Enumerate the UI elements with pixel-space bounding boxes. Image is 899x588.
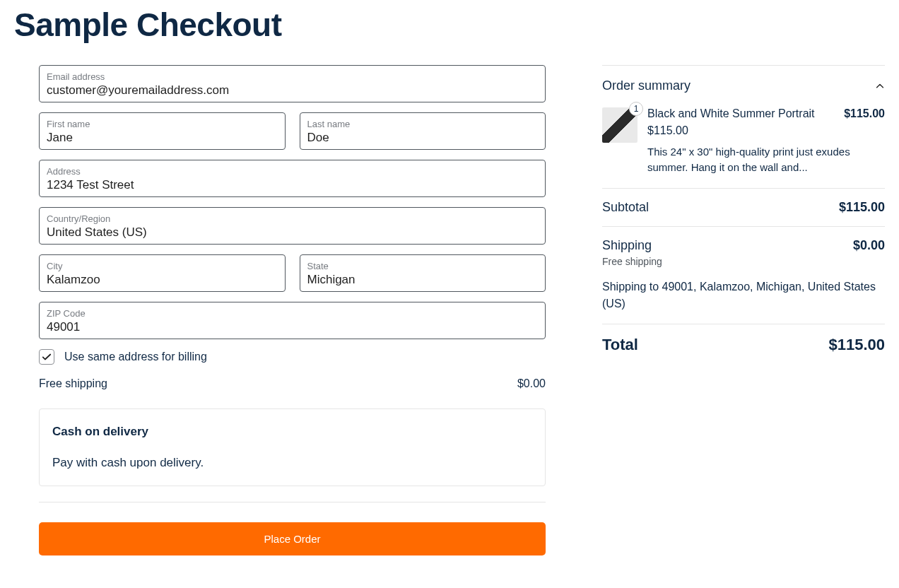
shipping-to-text: Shipping to 49001, Kalamzoo, Michigan, U…: [602, 278, 885, 312]
line-total: $115.00: [844, 107, 885, 120]
qty-badge: 1: [629, 102, 643, 116]
unit-price: $115.00: [647, 124, 885, 137]
zip-field-wrap[interactable]: ZIP Code: [39, 302, 546, 339]
subtotal-amount: $115.00: [839, 200, 885, 215]
shipping-option-name: Free shipping: [39, 377, 107, 390]
shipping-option-price: $0.00: [517, 377, 546, 390]
city-label: City: [47, 261, 278, 271]
checkout-form: Email address First name Last name Addre…: [14, 65, 546, 555]
payment-method-box: Cash on delivery Pay with cash upon deli…: [39, 408, 546, 486]
total-amount: $115.00: [828, 336, 885, 354]
product-name: Black and White Summer Portrait: [647, 107, 815, 120]
country-field-wrap[interactable]: Country/Region: [39, 207, 546, 245]
first-name-label: First name: [47, 119, 278, 129]
last-name-field[interactable]: [307, 131, 539, 145]
product-description: This 24" x 30" high-quality print just e…: [647, 144, 885, 175]
place-order-button[interactable]: Place Order: [39, 522, 546, 555]
first-name-field[interactable]: [47, 131, 278, 145]
summary-divider-1: [602, 188, 885, 189]
address-label: Address: [47, 166, 538, 177]
shipping-row: Shipping $0.00: [602, 238, 885, 253]
chevron-up-icon[interactable]: [875, 81, 885, 91]
summary-title: Order summary: [602, 78, 691, 93]
country-field[interactable]: [47, 225, 538, 240]
email-field-wrap[interactable]: Email address: [39, 65, 546, 102]
last-name-field-wrap[interactable]: Last name: [300, 112, 546, 150]
zip-field[interactable]: [47, 320, 538, 334]
country-label: Country/Region: [47, 213, 538, 224]
last-name-label: Last name: [307, 119, 539, 129]
order-line-item: 1 Black and White Summer Portrait $115.0…: [602, 107, 885, 175]
subtotal-row: Subtotal $115.00: [602, 200, 885, 215]
state-label: State: [307, 261, 539, 271]
summary-divider-2: [602, 226, 885, 227]
address-field[interactable]: [47, 178, 538, 192]
city-field[interactable]: [47, 273, 278, 287]
subtotal-label: Subtotal: [602, 200, 649, 215]
payment-method-desc: Pay with cash upon delivery.: [52, 456, 532, 470]
shipping-amount: $0.00: [853, 238, 885, 253]
order-summary: Order summary 1 Black and White Summer P…: [602, 65, 885, 354]
same-billing-checkbox[interactable]: [39, 349, 54, 365]
total-row: Total $115.00: [602, 336, 885, 354]
summary-top-divider: [602, 65, 885, 66]
same-billing-label: Use same address for billing: [64, 351, 207, 363]
shipping-option-row: Free shipping $0.00: [39, 377, 546, 390]
page-title: Sample Checkout: [14, 6, 885, 44]
city-field-wrap[interactable]: City: [39, 254, 286, 292]
email-field[interactable]: [47, 83, 538, 98]
summary-header[interactable]: Order summary: [602, 78, 885, 93]
check-icon: [42, 352, 52, 362]
total-label: Total: [602, 336, 638, 354]
address-field-wrap[interactable]: Address: [39, 160, 546, 197]
email-label: Email address: [47, 71, 538, 82]
shipping-label: Shipping: [602, 238, 652, 253]
state-field[interactable]: [307, 273, 539, 287]
state-field-wrap[interactable]: State: [300, 254, 546, 292]
payment-method-title: Cash on delivery: [52, 425, 532, 439]
shipping-sub: Free shipping: [602, 256, 885, 267]
first-name-field-wrap[interactable]: First name: [39, 112, 286, 150]
zip-label: ZIP Code: [47, 308, 538, 319]
form-divider: [39, 502, 546, 502]
summary-divider-3: [602, 324, 885, 324]
